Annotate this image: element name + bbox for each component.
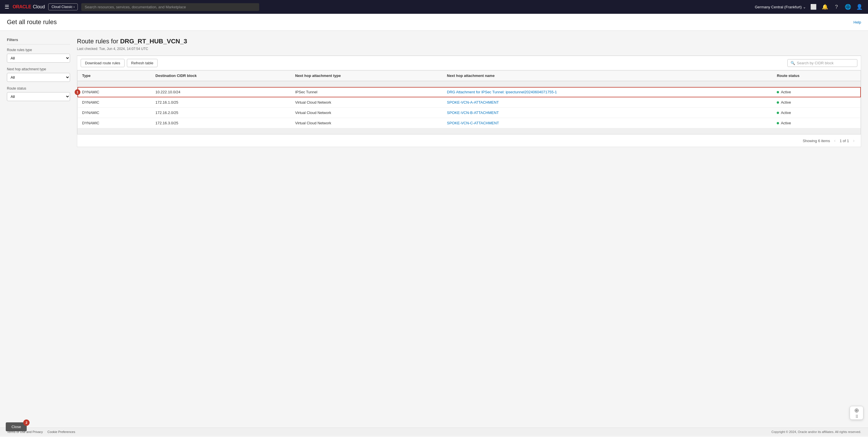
- cell-route-status: Active: [772, 87, 861, 97]
- route-rules-heading: Route rules for DRG_RT_HUB_VCN_3: [77, 38, 861, 45]
- route-rules-type-label: Route rules type: [7, 48, 70, 52]
- last-checked-text: Last checked: Tue, Jun 4, 2024, 14:07:54…: [77, 47, 861, 51]
- close-btn-wrapper: Close 2: [6, 423, 27, 431]
- cell-type: DYNAMIC: [78, 118, 151, 128]
- col-next-hop-type: Next hop attachment type: [290, 71, 442, 81]
- lifebuoy-icon: ⊕: [854, 407, 859, 414]
- cell-cidr: 172.16.1.0/25: [151, 97, 291, 108]
- refresh-table-button[interactable]: Refresh table: [127, 59, 158, 67]
- col-route-status: Route status: [772, 71, 861, 81]
- route-status-filter: Route status All: [7, 87, 70, 101]
- cookie-link[interactable]: Cookie Preferences: [48, 430, 75, 434]
- bell-icon[interactable]: 🔔: [821, 4, 829, 10]
- chevron-down-icon: ⌄: [803, 5, 806, 9]
- next-hop-type-filter: Next hop attachment type All: [7, 67, 70, 82]
- cell-cidr: 10.222.10.0/24: [151, 87, 291, 97]
- table-row: 1 DYNAMIC 10.222.10.0/24 IPSec Tunnel DR…: [78, 87, 861, 97]
- next-hop-name-link[interactable]: SPOKE-VCN-B-ATTACHMENT: [447, 111, 499, 115]
- col-destination-cidr: Destination CIDR block: [151, 71, 291, 81]
- region-label: Germany Central (Frankfurt): [755, 5, 802, 9]
- cell-route-status: Active: [772, 118, 861, 128]
- route-status-select[interactable]: All: [7, 92, 70, 101]
- spacer-row-top: [78, 81, 861, 87]
- sidebar-filters: Filters Route rules type All Next hop at…: [7, 38, 70, 420]
- table-row: DYNAMIC 172.16.1.0/25 Virtual Cloud Netw…: [78, 97, 861, 108]
- cell-cidr: 172.16.2.0/25: [151, 108, 291, 118]
- table-wrapper: Type Destination CIDR block Next hop att…: [77, 70, 861, 134]
- route-heading-prefix: Route rules for: [77, 38, 120, 45]
- pagination-prev-button[interactable]: ‹: [832, 137, 837, 144]
- col-type: Type: [78, 71, 151, 81]
- help-link[interactable]: Help: [854, 20, 861, 24]
- region-selector[interactable]: Germany Central (Frankfurt) ⌄: [755, 5, 806, 9]
- route-status-label: Route status: [7, 87, 70, 90]
- nav-right-actions: Germany Central (Frankfurt) ⌄ ⬜ 🔔 ? 🌐 👤: [755, 4, 863, 10]
- cell-type: DYNAMIC: [78, 108, 151, 118]
- apps-grid-icon: ⠿: [856, 414, 858, 419]
- help-icon[interactable]: ?: [832, 4, 840, 10]
- page-info: 1 of 1: [840, 139, 849, 143]
- cell-route-status: Active: [772, 97, 861, 108]
- filters-title: Filters: [7, 38, 70, 44]
- cell-next-hop-type: IPSec Tunnel: [290, 87, 442, 97]
- route-rules-type-select[interactable]: All: [7, 54, 70, 63]
- next-hop-type-select[interactable]: All: [7, 73, 70, 82]
- terminal-icon[interactable]: ⬜: [809, 4, 817, 10]
- page-title: Get all route rules: [7, 19, 57, 26]
- user-icon[interactable]: 👤: [856, 4, 863, 10]
- page-header: Get all route rules Help: [0, 14, 868, 31]
- annotation-badge-1: 1: [74, 89, 81, 95]
- cloud-classic-button[interactable]: Cloud Classic ›: [48, 3, 78, 10]
- route-rules-table: Type Destination CIDR block Next hop att…: [77, 70, 861, 134]
- global-search-input[interactable]: [81, 3, 259, 11]
- globe-icon[interactable]: 🌐: [844, 4, 852, 10]
- table-header-row: Type Destination CIDR block Next hop att…: [78, 71, 861, 81]
- cell-next-hop-name: SPOKE-VCN-A-ATTACHMENT: [442, 97, 772, 108]
- download-route-rules-button[interactable]: Download route rules: [81, 59, 125, 67]
- cell-next-hop-name: DRG Attachment for IPSec Tunnel: ipsectu…: [442, 87, 772, 97]
- route-table-name: DRG_RT_HUB_VCN_3: [120, 38, 187, 45]
- top-navigation: ☰ ORACLE Cloud Cloud Classic › Germany C…: [0, 0, 868, 14]
- next-hop-name-link[interactable]: SPOKE-VCN-C-ATTACHMENT: [447, 121, 499, 125]
- oracle-logo: ORACLE Cloud: [12, 4, 45, 9]
- spacer-row-bottom: [78, 128, 861, 134]
- cell-route-status: Active: [772, 108, 861, 118]
- cell-next-hop-type: Virtual Cloud Network: [290, 108, 442, 118]
- page-footer: Terms of Use and Privacy Cookie Preferen…: [0, 428, 868, 436]
- next-hop-type-label: Next hop attachment type: [7, 67, 70, 71]
- cidr-search-box[interactable]: 🔍: [787, 59, 857, 67]
- help-widget[interactable]: ⊕ ⠿: [849, 406, 863, 420]
- cloud-text: Cloud: [33, 4, 45, 9]
- search-icon: 🔍: [790, 61, 795, 65]
- cell-cidr: 172.16.3.0/25: [151, 118, 291, 128]
- cidr-search-input[interactable]: [797, 61, 854, 65]
- close-button-area: Close 2: [6, 423, 27, 431]
- next-hop-name-link[interactable]: DRG Attachment for IPSec Tunnel: ipsectu…: [447, 90, 557, 94]
- cell-type: 1 DYNAMIC: [78, 87, 151, 97]
- next-hop-name-link[interactable]: SPOKE-VCN-A-ATTACHMENT: [447, 100, 499, 104]
- main-content: Filters Route rules type All Next hop at…: [0, 31, 868, 428]
- cell-next-hop-type: Virtual Cloud Network: [290, 97, 442, 108]
- col-next-hop-name: Next hop attachment name: [442, 71, 772, 81]
- active-status-dot: [777, 112, 779, 114]
- active-status-dot: [777, 101, 779, 104]
- cell-next-hop-type: Virtual Cloud Network: [290, 118, 442, 128]
- table-row: DYNAMIC 172.16.2.0/25 Virtual Cloud Netw…: [78, 108, 861, 118]
- pagination-next-button[interactable]: ›: [851, 137, 856, 144]
- table-footer: Showing 6 items ‹ 1 of 1 ›: [77, 134, 861, 147]
- hamburger-icon[interactable]: ☰: [5, 4, 9, 10]
- table-toolbar: Download route rules Refresh table 🔍: [77, 56, 861, 70]
- route-rules-content: Route rules for DRG_RT_HUB_VCN_3 Last ch…: [77, 38, 861, 420]
- cell-next-hop-name: SPOKE-VCN-C-ATTACHMENT: [442, 118, 772, 128]
- active-status-dot: [777, 91, 779, 93]
- route-rules-table-container: Download route rules Refresh table 🔍 Typ…: [77, 55, 861, 147]
- showing-items-text: Showing 6 items: [803, 139, 830, 143]
- route-rules-type-filter: Route rules type All: [7, 48, 70, 63]
- copyright-text: Copyright © 2024, Oracle and/or its affi…: [772, 430, 861, 434]
- active-status-dot: [777, 122, 779, 124]
- cell-next-hop-name: SPOKE-VCN-B-ATTACHMENT: [442, 108, 772, 118]
- cell-type: DYNAMIC: [78, 97, 151, 108]
- oracle-text: ORACLE: [12, 4, 31, 9]
- table-row: DYNAMIC 172.16.3.0/25 Virtual Cloud Netw…: [78, 118, 861, 128]
